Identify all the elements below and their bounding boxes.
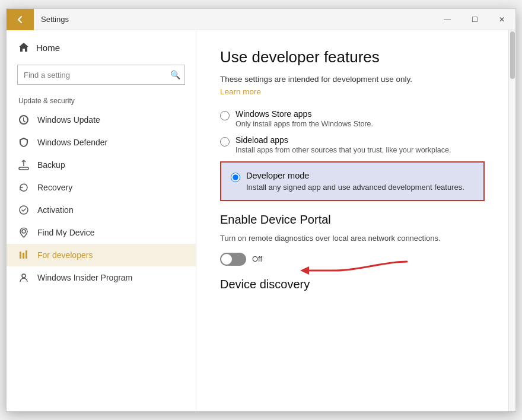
windows-store-label: Windows Store apps <box>235 109 373 119</box>
radio-windows-store[interactable] <box>220 111 230 120</box>
svg-marker-6 <box>300 266 309 275</box>
windows-update-icon <box>18 114 29 125</box>
find-device-icon <box>18 227 29 238</box>
settings-window: Settings — ☐ ✕ Home 🔍 Update & security <box>6 8 516 412</box>
titlebar: Settings — ☐ ✕ <box>7 9 515 30</box>
home-label: Home <box>36 43 60 53</box>
radio-sideload[interactable] <box>220 137 230 147</box>
developers-icon <box>18 250 29 260</box>
backup-icon <box>18 160 29 170</box>
svg-rect-2 <box>20 252 21 259</box>
svg-rect-3 <box>23 253 24 259</box>
device-portal-toggle-row: Off <box>220 253 485 266</box>
radio-developer-mode[interactable] <box>231 173 240 182</box>
main-content: Use developer features These settings ar… <box>196 30 508 411</box>
defender-icon <box>18 137 29 148</box>
sidebar-item-label-backup: Backup <box>37 160 65 170</box>
sideload-desc: Install apps from other sources that you… <box>235 146 451 154</box>
back-button[interactable] <box>7 9 34 30</box>
scrollbar-thumb[interactable] <box>510 31 515 79</box>
scrollbar[interactable] <box>508 30 515 411</box>
sidebar-section-label: Update & security <box>7 91 196 109</box>
activation-icon <box>18 205 29 215</box>
svg-rect-4 <box>26 250 27 259</box>
home-icon <box>18 42 29 53</box>
radio-option-windows-store: Windows Store apps Only install apps fro… <box>220 109 485 128</box>
sidebar-item-label-windows-defender: Windows Defender <box>37 138 107 147</box>
page-subtitle: These settings are intended for developm… <box>220 75 485 84</box>
sidebar-item-label-recovery: Recovery <box>37 183 72 192</box>
window-controls: — ☐ ✕ <box>434 9 515 30</box>
developer-mode-label: Developer mode <box>246 171 464 180</box>
sidebar-item-backup[interactable]: Backup <box>7 154 196 176</box>
sidebar-item-windows-update[interactable]: Windows Update <box>7 109 196 131</box>
sidebar-item-recovery[interactable]: Recovery <box>7 176 196 199</box>
developer-mode-box: Developer mode Install any signed app an… <box>220 161 485 201</box>
sideload-label: Sideload apps <box>235 135 451 145</box>
sidebar-item-find-my-device[interactable]: Find My Device <box>7 221 196 244</box>
sidebar-item-home[interactable]: Home <box>7 36 196 59</box>
sidebar-item-activation[interactable]: Activation <box>7 199 196 221</box>
sidebar-item-label-find-my-device: Find My Device <box>37 228 94 237</box>
device-portal-toggle[interactable] <box>220 253 246 266</box>
svg-point-1 <box>22 230 26 233</box>
device-portal-toggle-label: Off <box>252 254 262 263</box>
sidebar-item-windows-insider[interactable]: Windows Insider Program <box>7 266 196 289</box>
learn-more-link[interactable]: Learn more <box>220 87 261 96</box>
content-area: Home 🔍 Update & security Windows Update <box>7 30 515 411</box>
device-discovery-heading: Device discovery <box>220 278 485 291</box>
maximize-button[interactable]: ☐ <box>461 9 488 30</box>
close-button[interactable]: ✕ <box>488 9 515 30</box>
search-input[interactable] <box>17 65 185 85</box>
insider-icon <box>18 272 29 283</box>
search-icon: 🔍 <box>170 70 180 79</box>
windows-store-desc: Only install apps from the Windows Store… <box>235 120 373 128</box>
page-title: Use developer features <box>220 48 485 66</box>
search-box: 🔍 <box>17 65 185 85</box>
sidebar-item-label-for-developers: For developers <box>37 250 93 260</box>
sidebar-item-label-windows-insider: Windows Insider Program <box>37 273 132 282</box>
sidebar-item-label-windows-update: Windows Update <box>37 115 100 125</box>
radio-option-sideload: Sideload apps Install apps from other so… <box>220 135 485 154</box>
sidebar-item-windows-defender[interactable]: Windows Defender <box>7 131 196 154</box>
device-portal-text: Turn on remote diagnostics over local ar… <box>220 233 485 244</box>
sidebar: Home 🔍 Update & security Windows Update <box>7 30 196 411</box>
minimize-button[interactable]: — <box>434 9 461 30</box>
sidebar-item-for-developers[interactable]: For developers <box>7 244 196 266</box>
device-portal-heading: Enable Device Portal <box>220 213 485 227</box>
developer-mode-desc: Install any signed app and use advanced … <box>246 183 464 192</box>
svg-point-5 <box>22 274 26 278</box>
sidebar-item-label-activation: Activation <box>37 205 74 215</box>
window-title: Settings <box>34 15 434 24</box>
recovery-icon <box>18 182 29 193</box>
